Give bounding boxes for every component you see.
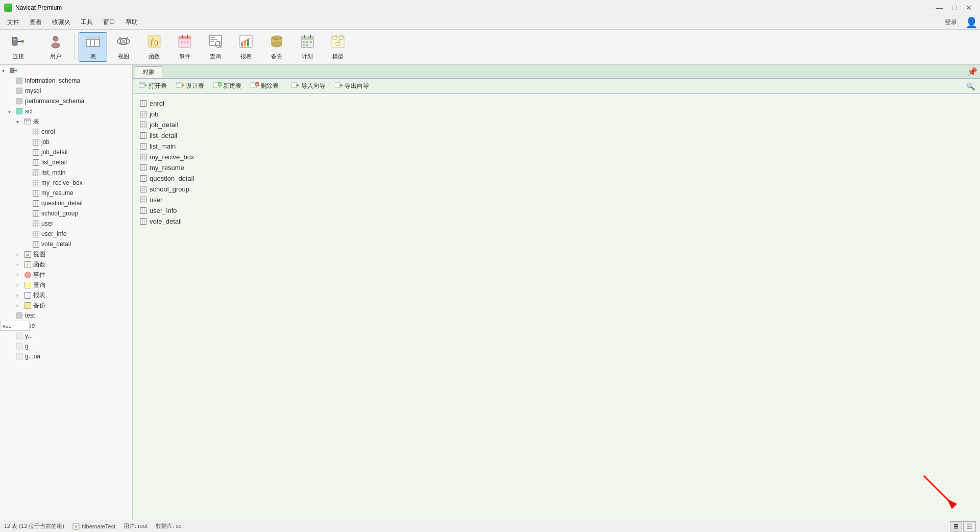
func-group-label: 函数	[33, 260, 45, 269]
tree-y[interactable]: y...	[0, 331, 132, 341]
open-table-button[interactable]: 打开表	[135, 81, 171, 91]
toolbar-backup[interactable]: 备份	[262, 32, 291, 62]
svg-rect-46	[306, 41, 308, 43]
toolbar-query-label: 查询	[210, 53, 221, 60]
table-list-label-job: job	[150, 110, 158, 118]
title-bar: Navicat Premium — □ ✕	[0, 0, 980, 15]
list-item-my-resume[interactable]: my_resume	[137, 162, 976, 173]
toolbar-table[interactable]: 表	[79, 32, 107, 62]
minimize-button[interactable]: —	[932, 2, 947, 14]
list-item-enrol[interactable]: enrol	[137, 98, 976, 109]
tree-table-group[interactable]: ▾ 表	[0, 116, 132, 127]
menu-favorites[interactable]: 收藏夹	[47, 16, 76, 29]
table-list-label-my-resume: my_resume	[150, 164, 184, 172]
tree-query-group[interactable]: › 查询	[0, 280, 132, 290]
event-group-icon	[23, 271, 32, 279]
toolbar-user[interactable]: 用户	[41, 32, 70, 62]
table-label-user-info: user_info	[41, 230, 66, 237]
list-item-job-detail[interactable]: job_detail	[137, 119, 976, 130]
svg-rect-23	[181, 41, 183, 43]
tree-table-job-detail[interactable]: job_detail	[0, 147, 132, 157]
toolbar-event[interactable]: 事件	[170, 32, 199, 62]
tree-performance-schema[interactable]: performance_schema	[0, 96, 132, 106]
list-item-school-group[interactable]: school_group	[137, 184, 976, 195]
tree-table-user-info[interactable]: user_info	[0, 229, 132, 239]
tree-table-question-detail[interactable]: question_detail	[0, 198, 132, 208]
schedule-toolbar-icon	[300, 34, 314, 52]
menu-view[interactable]: 查看	[24, 16, 47, 29]
tree-table-job[interactable]: job	[0, 137, 132, 147]
tree-scl[interactable]: ▾ scl	[0, 106, 132, 116]
maximize-button[interactable]: □	[948, 2, 961, 14]
tree-table-enrol[interactable]: enrol	[0, 127, 132, 137]
schema-icon-information	[15, 77, 23, 85]
table-label-list-main: list_main	[41, 169, 65, 176]
delete-table-label: 删除表	[260, 82, 279, 90]
svg-rect-80	[176, 82, 182, 84]
tree-goa[interactable]: g...oa	[0, 351, 132, 361]
svg-rect-14	[119, 37, 121, 39]
list-item-list-detail[interactable]: list_detail	[137, 130, 976, 141]
tree-g[interactable]: g	[0, 341, 132, 351]
tree-table-vote-detail[interactable]: vote_detail	[0, 239, 132, 249]
menu-window[interactable]: 窗口	[98, 16, 120, 29]
tree-connection-root[interactable]: ▾	[0, 65, 132, 76]
tree-table-list-main[interactable]: list_main	[0, 167, 132, 178]
tree-table-list-detail[interactable]: list_detail	[0, 157, 132, 167]
tree-table-school-group[interactable]: school_group	[0, 208, 132, 219]
tree-view-group[interactable]: › ∞ 视图	[0, 249, 132, 259]
schema-icon-goa	[15, 352, 23, 360]
table-list-label-user-info: user_info	[150, 207, 177, 214]
schema-label-scl: scl	[25, 108, 33, 115]
app-icon	[4, 4, 12, 12]
tree-table-my-recive-box[interactable]: my_recive_box	[0, 178, 132, 188]
tree-table-my-resume[interactable]: my_resume	[0, 188, 132, 198]
toolbar-model[interactable]: 模型	[324, 32, 352, 62]
toolbar-view[interactable]: 视图	[109, 32, 138, 62]
menu-help[interactable]: 帮助	[120, 16, 143, 29]
list-item-question-detail[interactable]: question_detail	[137, 173, 976, 184]
tree-table-user[interactable]: user	[0, 219, 132, 229]
list-item-my-recive-box[interactable]: my_recive_box	[137, 152, 976, 162]
tree-mysql[interactable]: mysql	[0, 86, 132, 96]
login-button[interactable]: 登录	[939, 17, 963, 28]
tab-objects[interactable]: 对象	[135, 66, 162, 78]
list-item-user-info[interactable]: user_info	[137, 205, 976, 216]
tab-pin-button[interactable]: 📌	[967, 66, 978, 78]
svg-point-12	[122, 40, 125, 43]
grid-view-button[interactable]: ⊞	[950, 521, 962, 531]
app-title: Navicat Premium	[15, 4, 62, 11]
export-wizard-button[interactable]: 导出向导	[331, 81, 373, 91]
list-item-vote-detail[interactable]: vote_detail	[137, 216, 976, 227]
table-icon-list-main	[32, 168, 40, 177]
list-item-user[interactable]: user	[137, 195, 976, 205]
toolbar-function[interactable]: f () 函数	[140, 32, 168, 62]
list-view-button[interactable]: ☰	[963, 521, 976, 531]
svg-point-58	[15, 69, 17, 71]
svg-rect-51	[333, 36, 337, 39]
svg-rect-72	[16, 353, 22, 359]
new-table-button[interactable]: + 新建表	[209, 81, 246, 91]
tree-event-group[interactable]: › 事件	[0, 270, 132, 280]
svg-rect-25	[187, 41, 189, 43]
tree-information-schema[interactable]: information_schema	[0, 76, 132, 86]
toolbar-schedule[interactable]: 计划	[293, 32, 322, 62]
close-button[interactable]: ✕	[962, 2, 976, 14]
menu-tools[interactable]: 工具	[76, 16, 98, 29]
search-button[interactable]: 🔍	[963, 81, 978, 91]
list-item-list-main[interactable]: list_main	[137, 141, 976, 152]
tree-test[interactable]: test	[0, 310, 132, 321]
toolbar-query[interactable]: 查询	[201, 32, 230, 62]
toolbar-report[interactable]: 报表	[232, 32, 260, 62]
tree-report-group[interactable]: › 报表	[0, 290, 132, 300]
design-table-button[interactable]: 设计表	[172, 81, 208, 91]
tree-backup-group[interactable]: › 备份	[0, 300, 132, 310]
import-wizard-button[interactable]: 导入向导	[287, 81, 330, 91]
toolbar-connect[interactable]: 连接	[4, 32, 33, 62]
toolbar-schedule-label: 计划	[302, 53, 313, 60]
tree-func-group[interactable]: › f 函数	[0, 259, 132, 270]
toolbar-connect-label: 连接	[13, 53, 24, 60]
list-item-job[interactable]: job	[137, 109, 976, 119]
menu-file[interactable]: 文件	[2, 16, 24, 29]
delete-table-button[interactable]: − 删除表	[247, 81, 283, 91]
